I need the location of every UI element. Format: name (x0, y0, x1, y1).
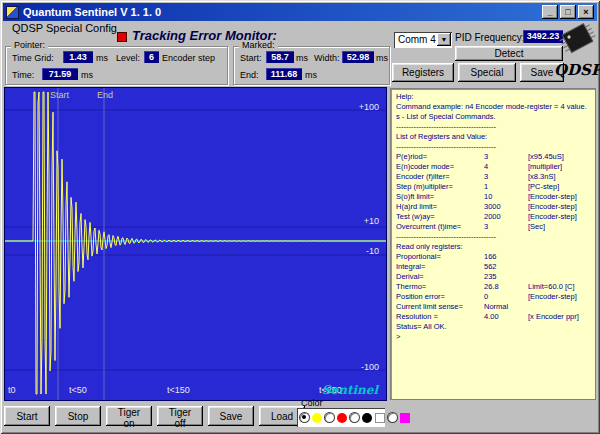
maximize-button[interactable]: □ (560, 5, 576, 19)
footer-button[interactable]: Stop (55, 406, 101, 426)
help-tail: Status= All OK.> (396, 322, 590, 342)
help-line: ---------------------------------------- (396, 122, 590, 132)
magenta-swatch-icon[interactable] (400, 413, 410, 423)
register-value: 562 (484, 262, 528, 272)
register-value: 2000 (484, 212, 528, 222)
footer-button[interactable]: Start (4, 406, 50, 426)
register-unit: [Encoder-step] (528, 192, 590, 202)
register-value: 166 (484, 252, 528, 262)
marked-legend: Marked: (239, 40, 278, 50)
pointer-group: Pointer: Time Grid: 1.43 ms Level: 6 Enc… (5, 46, 228, 85)
help-intro: Help:Command example: n4 Encoder mode-re… (396, 92, 590, 152)
plot-start-label: Start (50, 90, 69, 100)
register-name: S(o)ft limit= (396, 192, 484, 202)
register-unit (528, 262, 590, 272)
footer-button[interactable]: Tiger on (106, 406, 152, 426)
footer-button[interactable]: Save (208, 406, 254, 426)
pointer-legend: Pointer: (11, 40, 48, 50)
app-icon (6, 6, 19, 19)
plot-end-label: End (97, 90, 113, 100)
marked-end-label: End: (240, 70, 259, 80)
register-row: Step (m)ultiplier= 1 [PC-step] (396, 182, 590, 192)
special-button[interactable]: Special (458, 63, 516, 82)
readonly-register-row: Current limit sense= Normal (396, 302, 590, 312)
detect-button[interactable]: Detect (455, 46, 563, 61)
register-value: 235 (484, 272, 528, 282)
register-row: Encoder (f)ilter= 3 [x8.3nS] (396, 172, 590, 182)
y-label-plus100: +100 (359, 102, 379, 112)
color-radio-magenta[interactable] (388, 413, 397, 422)
record-indicator-icon (117, 32, 127, 42)
register-value: Normal (484, 302, 528, 312)
marked-end-unit: ms (305, 70, 317, 80)
register-unit: [Sec] (528, 222, 590, 232)
footer-button[interactable]: Tiger off (157, 406, 203, 426)
register-name: Encoder (f)ilter= (396, 172, 484, 182)
register-unit: [x8.3nS] (528, 172, 590, 182)
marked-group: Marked: Start: 58.7 ms Width: 52.98 ms E… (233, 46, 390, 85)
readonly-register-row: Thermo= 26.8 Limit=60.0 [C] (396, 282, 590, 292)
register-unit (528, 272, 590, 282)
register-name: Test (w)ay= (396, 212, 484, 222)
readonly-register-list: Proportional= 166 Integral= 562 Derival=… (396, 252, 590, 322)
comm-port-value: Comm 4 (398, 34, 436, 45)
register-row: E(n)coder mode= 4 [multiplier] (396, 162, 590, 172)
color-radio-red[interactable] (325, 413, 334, 422)
color-radio-yellow[interactable] (300, 413, 309, 422)
register-name: Proportional= (396, 252, 484, 262)
black-swatch-icon[interactable] (362, 413, 372, 423)
register-name: Current limit sense= (396, 302, 484, 312)
help-line: List of Registers and Value: (396, 132, 590, 142)
register-unit: Limit=60.0 [C] (528, 282, 590, 292)
register-unit: [Encoder-step] (528, 212, 590, 222)
help-line: ---------------------------------------- (396, 232, 590, 242)
menu-qdsp-special-config[interactable]: QDSP Special Config (7, 21, 122, 35)
help-line: ---------------------------------------- (396, 142, 590, 152)
yellow-swatch-icon[interactable] (312, 413, 322, 423)
help-line: > (396, 332, 590, 342)
register-unit: [x95.45uS] (528, 152, 590, 162)
window-title: Quantum Sentinel V 1. 1. 0 (23, 6, 540, 18)
chevron-down-icon[interactable]: ▼ (437, 33, 451, 46)
marked-width-unit: ms (376, 53, 388, 63)
white-swatch-icon[interactable] (375, 413, 385, 423)
register-row: P(e)riod= 3 [x95.45uS] (396, 152, 590, 162)
register-unit: [multiplier] (528, 162, 590, 172)
footer-button-row: Start Stop Tiger on Tiger off Save Load (4, 406, 305, 426)
register-name: Integral= (396, 262, 484, 272)
register-unit (528, 302, 590, 312)
sentinel-watermark: Sentinel (322, 383, 378, 397)
qdsp-logo: QDSP (554, 61, 598, 79)
color-radio-black[interactable] (350, 413, 359, 422)
chip-icon (554, 20, 598, 58)
register-name: Thermo= (396, 282, 484, 292)
red-swatch-icon[interactable] (337, 413, 347, 423)
registers-button[interactable]: Registers (392, 63, 454, 82)
register-row: S(o)ft limit= 10 [Encoder-step] (396, 192, 590, 202)
time-unit: ms (81, 70, 93, 80)
register-name: Derival= (396, 272, 484, 282)
title-bar: Quantum Sentinel V 1. 1. 0 _ □ × (3, 3, 597, 21)
register-unit: [Encoder-step] (528, 202, 590, 212)
help-console-panel[interactable]: Help:Command example: n4 Encoder mode-re… (390, 88, 596, 400)
comm-port-select[interactable]: Comm 4 ▼ (394, 32, 452, 48)
tracking-error-plot[interactable]: Start End +100 +10 -10 -100 t0 t<50 t<15… (4, 87, 387, 401)
register-name: E(n)coder mode= (396, 162, 484, 172)
y-label-plus10: +10 (364, 216, 379, 226)
x-label-t50: t<50 (69, 385, 87, 395)
pid-frequency-label: PID Frequency: (455, 32, 524, 43)
register-list: P(e)riod= 3 [x95.45uS] E(n)coder mode= 4… (396, 152, 590, 232)
help-line: Read only registers: (396, 242, 590, 252)
time-grid-value: 1.43 (63, 51, 93, 63)
register-value: 26.8 (484, 282, 528, 292)
register-value: 3 (484, 222, 528, 232)
register-unit: [Encoder-step] (528, 292, 590, 302)
marked-width-label: Width: (314, 53, 340, 63)
marked-start-label: Start: (240, 53, 262, 63)
x-label-t150: t<150 (167, 385, 190, 395)
register-row: H(a)rd limit= 3000 [Encoder-step] (396, 202, 590, 212)
color-label: Color (301, 398, 323, 408)
minimize-button[interactable]: _ (542, 5, 558, 19)
register-name: Position error= (396, 292, 484, 302)
close-button[interactable]: × (578, 5, 594, 19)
